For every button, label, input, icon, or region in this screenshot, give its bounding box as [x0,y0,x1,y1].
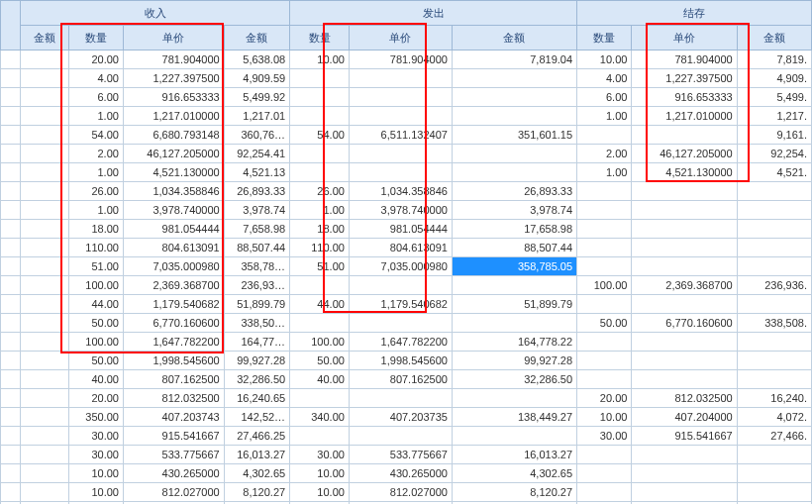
cell-income-amount[interactable] [20,239,68,257]
cell-bal-price[interactable]: 2,369.368700 [632,276,737,295]
cell-income-price[interactable]: 981.054444 [123,220,224,239]
cell-income-amount[interactable] [20,182,68,201]
cell-income-amt[interactable]: 5,638.08 [224,50,289,69]
cell-out-price[interactable]: 407.203735 [349,408,452,427]
cell-bal-qty[interactable] [577,370,632,389]
cell-income-qty[interactable]: 51.00 [68,257,123,276]
header-col-income-qty[interactable]: 数量 [68,26,123,50]
cell-income-amt[interactable]: 236,93… [224,276,289,295]
cell-income-amt[interactable]: 4,521.13 [224,163,289,182]
cell-out-price[interactable] [349,314,452,333]
cell-income-price[interactable]: 533.775667 [123,446,224,464]
cell-out-price[interactable]: 1,179.540682 [349,295,452,314]
cell-income-qty[interactable]: 40.00 [68,370,123,389]
cell-income-amt[interactable]: 338,50… [224,314,289,333]
cell-blank[interactable] [1,408,21,427]
cell-income-amount[interactable] [20,295,68,314]
cell-bal-amt[interactable] [737,464,811,483]
cell-blank[interactable] [1,126,21,145]
cell-bal-price[interactable]: 46,127.205000 [632,145,737,163]
cell-income-amount[interactable] [20,220,68,239]
cell-out-qty[interactable]: 18.00 [290,220,350,239]
cell-income-price[interactable]: 915.541667 [123,427,224,446]
cell-bal-qty[interactable]: 4.00 [577,69,632,88]
cell-income-qty[interactable]: 4.00 [68,69,123,88]
cell-bal-price[interactable] [632,483,737,502]
cell-out-price[interactable]: 804.613091 [349,239,452,257]
cell-out-amt[interactable] [452,163,576,182]
cell-income-amount[interactable] [20,163,68,182]
header-col-bal-amount[interactable]: 金额 [737,26,811,50]
cell-income-price[interactable]: 807.162500 [123,370,224,389]
cell-income-amount[interactable] [20,446,68,464]
cell-bal-amt[interactable]: 7,819. [737,50,811,69]
cell-income-price[interactable]: 804.613091 [123,239,224,257]
cell-income-amt[interactable]: 27,466.25 [224,427,289,446]
cell-out-price[interactable]: 1,034.358846 [349,182,452,201]
cell-income-amt[interactable]: 142,52… [224,408,289,427]
cell-income-qty[interactable]: 2.00 [68,145,123,163]
cell-out-amt[interactable]: 99,927.28 [452,352,576,370]
cell-blank[interactable] [1,182,21,201]
cell-income-qty[interactable]: 350.00 [68,408,123,427]
cell-out-qty[interactable] [290,427,350,446]
cell-income-price[interactable]: 1,647.782200 [123,333,224,352]
cell-income-amt[interactable]: 7,658.98 [224,220,289,239]
cell-income-amount[interactable] [20,483,68,502]
cell-out-qty[interactable] [290,107,350,126]
cell-out-price[interactable] [349,107,452,126]
cell-income-amt[interactable]: 360,76… [224,126,289,145]
cell-out-amt[interactable]: 8,120.27 [452,483,576,502]
cell-bal-qty[interactable] [577,239,632,257]
cell-out-amt[interactable] [452,88,576,107]
cell-income-price[interactable]: 1,179.540682 [123,295,224,314]
cell-income-price[interactable]: 781.904000 [123,50,224,69]
cell-income-qty[interactable]: 1.00 [68,163,123,182]
cell-bal-qty[interactable] [577,182,632,201]
cell-out-price[interactable]: 430.265000 [349,464,452,483]
cell-income-price[interactable]: 407.203743 [123,408,224,427]
cell-out-qty[interactable]: 26.00 [290,182,350,201]
cell-out-price[interactable] [349,389,452,408]
cell-out-qty[interactable]: 54.00 [290,126,350,145]
cell-bal-amt[interactable] [737,220,811,239]
cell-income-amt[interactable]: 358,78… [224,257,289,276]
cell-income-amount[interactable] [20,145,68,163]
cell-income-price[interactable]: 1,034.358846 [123,182,224,201]
cell-bal-price[interactable] [632,464,737,483]
cell-bal-qty[interactable]: 30.00 [577,427,632,446]
cell-blank[interactable] [1,50,21,69]
cell-bal-price[interactable] [632,257,737,276]
cell-bal-qty[interactable] [577,333,632,352]
cell-income-amt[interactable]: 32,286.50 [224,370,289,389]
cell-bal-amt[interactable]: 5,499. [737,88,811,107]
cell-bal-qty[interactable] [577,201,632,220]
header-group-out[interactable]: 发出 [290,1,577,26]
cell-income-amt[interactable]: 3,978.74 [224,201,289,220]
cell-bal-price[interactable] [632,295,737,314]
cell-bal-price[interactable]: 1,227.397500 [632,69,737,88]
cell-income-amount[interactable] [20,314,68,333]
cell-income-amt[interactable]: 26,893.33 [224,182,289,201]
cell-out-amt[interactable] [452,314,576,333]
cell-bal-qty[interactable]: 10.00 [577,408,632,427]
cell-bal-qty[interactable] [577,295,632,314]
cell-income-qty[interactable]: 18.00 [68,220,123,239]
cell-out-amt[interactable]: 32,286.50 [452,370,576,389]
cell-income-amt[interactable]: 5,499.92 [224,88,289,107]
cell-income-amt[interactable]: 51,899.79 [224,295,289,314]
cell-bal-price[interactable]: 1,217.010000 [632,107,737,126]
cell-income-price[interactable]: 1,217.010000 [123,107,224,126]
cell-income-qty[interactable]: 50.00 [68,314,123,333]
cell-bal-amt[interactable] [737,295,811,314]
cell-bal-price[interactable] [632,352,737,370]
cell-income-price[interactable]: 430.265000 [123,464,224,483]
cell-income-qty[interactable]: 100.00 [68,333,123,352]
cell-blank[interactable] [1,276,21,295]
cell-out-price[interactable]: 6,511.132407 [349,126,452,145]
cell-out-price[interactable]: 1,647.782200 [349,333,452,352]
cell-income-qty[interactable]: 100.00 [68,276,123,295]
cell-out-amt[interactable]: 51,899.79 [452,295,576,314]
cell-bal-qty[interactable]: 50.00 [577,314,632,333]
cell-income-qty[interactable]: 30.00 [68,446,123,464]
